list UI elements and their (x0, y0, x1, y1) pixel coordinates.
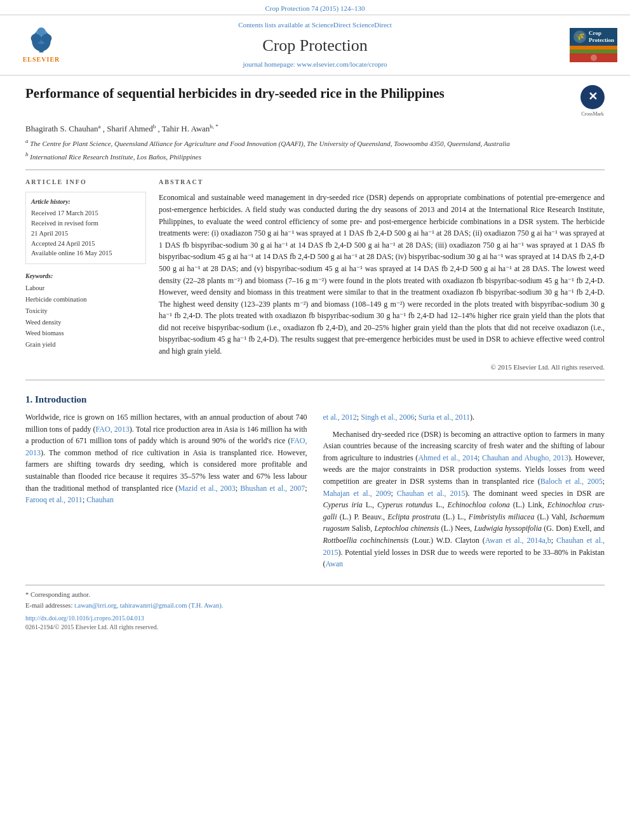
farooq-link[interactable]: Farooq et al., 2011 (25, 495, 83, 504)
intro-col-right: et al., 2012; Singh et al., 2006; Suria … (323, 411, 605, 575)
doi-line: http://dx.doi.org/10.1016/j.cropro.2015.… (25, 614, 605, 623)
svg-text:🌾: 🌾 (575, 32, 585, 41)
science-direct-line: Contents lists available at ScienceDirec… (70, 20, 560, 30)
badge-top: 🌾 Crop Protection (570, 28, 617, 46)
abstract-column: ABSTRACT Economical and sustainable weed… (159, 178, 605, 372)
mazid-link[interactable]: Mazid et al., 2003 (178, 484, 235, 493)
keywords-label: Keywords: (25, 272, 146, 281)
abstract-paragraph: Economical and sustainable weed manageme… (159, 192, 605, 357)
article-content: Performance of sequential herbicides in … (0, 76, 630, 642)
intro-columns: Worldwide, rice is grown on 165 million … (25, 411, 605, 575)
singh-link[interactable]: Singh et al., 2006 (361, 413, 414, 422)
keywords-list: LabourHerbicide combinationToxicityWeed … (25, 283, 146, 350)
corresponding-note: * Corresponding author. (25, 590, 605, 600)
affiliation-a: a The Centre for Plant Science, Queensla… (25, 137, 605, 149)
email-label: E-mail addresses: (25, 602, 72, 609)
intro-title: 1. Introduction (25, 393, 605, 406)
keyword-item: Weed biomass (25, 328, 146, 339)
authors-line: Bhagirath S. Chauhana , Sharif Ahmedb , … (25, 123, 605, 135)
crossmark-badge[interactable]: ✕ CrossMark (580, 85, 605, 117)
article-info-heading: ARTICLE INFO (25, 178, 146, 187)
article-title: Performance of sequential herbicides in … (25, 85, 571, 102)
issn-line: 0261-2194/© 2015 Elsevier Ltd. All right… (25, 623, 605, 632)
article-info-box: Article history: Received 17 March 2015 … (25, 192, 146, 264)
author1-name: Bhagirath S. Chauhan (25, 124, 98, 133)
chauhan-abugho-link[interactable]: Chauhan and Abugho, 2013 (482, 453, 568, 462)
author2-name: , Sharif Ahmed (103, 124, 153, 133)
fao-link[interactable]: FAO, 2013 (96, 425, 130, 434)
info-abstract-columns: ARTICLE INFO Article history: Received 1… (25, 178, 605, 372)
keyword-item: Herbicide combination (25, 294, 146, 305)
author3-sup: b, * (210, 123, 218, 130)
svg-point-6 (37, 28, 45, 36)
email-note: E-mail addresses: t.awan@irri.org, tahir… (25, 601, 605, 611)
elsevier-logo: ELSEVIER (13, 25, 70, 64)
history-label: Article history: (31, 197, 140, 206)
top-citation-bar: Crop Protection 74 (2015) 124–130 (0, 0, 630, 15)
received-row: Received 17 March 2015 (31, 208, 140, 218)
fao-link2[interactable]: FAO, 2013 (25, 436, 307, 457)
received-revised-row: Received in revised form (31, 218, 140, 229)
affil-b-text: International Rice Research Institute, L… (30, 153, 201, 161)
intro-p2: et al., 2012; Singh et al., 2006; Suria … (323, 411, 605, 423)
bhushan-link[interactable]: Bhushan et al., 2007 (240, 484, 305, 493)
divider-2 (25, 380, 605, 380)
crossmark-symbol: ✕ (588, 89, 598, 105)
crop-icon: 🌾 (573, 30, 587, 44)
intro-col-left: Worldwide, rice is grown on 165 million … (25, 411, 307, 575)
crossmark-label: CrossMark (580, 110, 605, 117)
accepted-row: Accepted 24 April 2015 (31, 239, 140, 249)
copyright-line: © 2015 Elsevier Ltd. All rights reserved… (159, 363, 605, 372)
awan-link[interactable]: Awan et al., 2014a,b (485, 536, 551, 545)
author2-sup: b (153, 123, 156, 130)
abstract-heading: ABSTRACT (159, 178, 605, 187)
affil-a-text: The Centre for Plant Science, Queensland… (30, 140, 510, 147)
introduction-section: 1. Introduction Worldwide, rice is grown… (25, 393, 605, 575)
homepage-url[interactable]: www.elsevier.com/locate/cropro (297, 60, 387, 68)
article-info-column: ARTICLE INFO Article history: Received 1… (25, 178, 146, 372)
email-link[interactable]: t.awan@irri.org, tahirawanrri@gmail.com … (74, 602, 223, 609)
homepage-line: journal homepage: www.elsevier.com/locat… (70, 60, 560, 69)
awan-pakistan-link[interactable]: Awan (326, 559, 344, 568)
baloch-link[interactable]: Baloch et al., 2005 (540, 477, 603, 486)
chauhan-2015-link[interactable]: Chauhan et al., 2015 (397, 489, 466, 498)
keywords-section: Keywords: LabourHerbicide combinationTox… (25, 272, 146, 350)
journal-badge: 🌾 Crop Protection (560, 28, 617, 62)
journal-center: Contents lists available at ScienceDirec… (70, 20, 560, 69)
keyword-item: Weed density (25, 317, 146, 328)
mahajan-link[interactable]: Mahajan et al., 2009 (323, 489, 391, 498)
crossmark-circle: ✕ (580, 85, 605, 109)
elsevier-tree-icon (25, 25, 57, 54)
citation-text: Crop Protection 74 (2015) 124–130 (265, 4, 365, 12)
badge-red-stripe (570, 53, 617, 62)
intro-p3: Mechanised dry-seeded rice (DSR) is beco… (323, 429, 605, 570)
journal-header: ELSEVIER Contents lists available at Sci… (0, 15, 630, 75)
keyword-item: Toxicity (25, 305, 146, 317)
etal-link[interactable]: et al., 2012 (323, 413, 357, 422)
received-date-row: 21 April 2015 (31, 229, 140, 239)
keyword-item: Grain yield (25, 339, 146, 350)
chauhan-link[interactable]: Chauhan (86, 495, 114, 504)
affiliation-b: b International Rice Research Institute,… (25, 150, 605, 162)
keyword-item: Labour (25, 283, 146, 294)
abstract-text: Economical and sustainable weed manageme… (159, 192, 605, 357)
author3-name: , Tahir H. Awan (158, 124, 210, 133)
author1-sup: a (98, 123, 100, 130)
badge-bottom-icon (587, 54, 600, 62)
footnote-section: * Corresponding author. E-mail addresses… (25, 585, 605, 632)
title-section: Performance of sequential herbicides in … (25, 85, 605, 117)
elsevier-brand-text: ELSEVIER (23, 55, 60, 64)
divider-1 (25, 170, 605, 170)
svg-point-9 (591, 55, 597, 61)
science-direct-link[interactable]: ScienceDirect (352, 21, 392, 29)
doi-link[interactable]: http://dx.doi.org/10.1016/j.cropro.2015.… (25, 615, 144, 622)
intro-p1: Worldwide, rice is grown on 165 million … (25, 411, 307, 506)
available-row: Available online 16 May 2015 (31, 248, 140, 258)
journal-title: Crop Protection (70, 34, 560, 57)
suria-link[interactable]: Suria et al., 2011 (419, 413, 470, 422)
ahmed-link[interactable]: Ahmed et al., 2014 (418, 453, 478, 462)
